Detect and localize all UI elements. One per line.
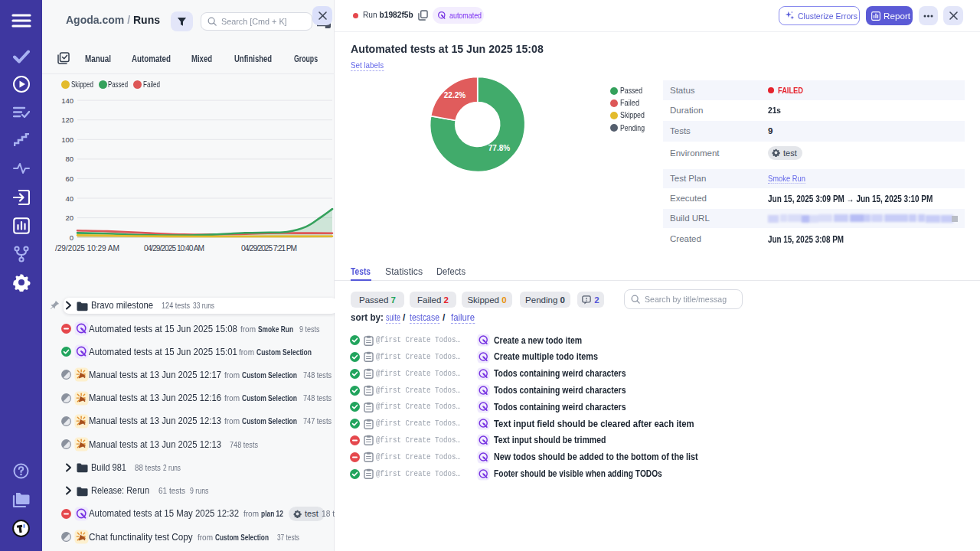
svg-text:04/29/2025 7:21 PM: 04/29/2025 7:21 PM	[241, 244, 297, 253]
svg-text:140: 140	[61, 96, 74, 105]
svg-text:0: 0	[70, 233, 74, 242]
svg-text:40: 40	[65, 194, 74, 203]
svg-text:100: 100	[61, 135, 74, 144]
svg-text:22.2%: 22.2%	[444, 91, 466, 99]
svg-text:04/29/2025 10:40 AM: 04/29/2025 10:40 AM	[144, 244, 204, 253]
svg-text:20: 20	[65, 214, 74, 222]
svg-text:77.8%: 77.8%	[488, 144, 510, 152]
svg-text:120: 120	[61, 116, 74, 124]
svg-text:60: 60	[65, 174, 74, 183]
svg-text:80: 80	[65, 155, 74, 163]
svg-text:/29/2025 10:29 AM: /29/2025 10:29 AM	[55, 244, 119, 253]
